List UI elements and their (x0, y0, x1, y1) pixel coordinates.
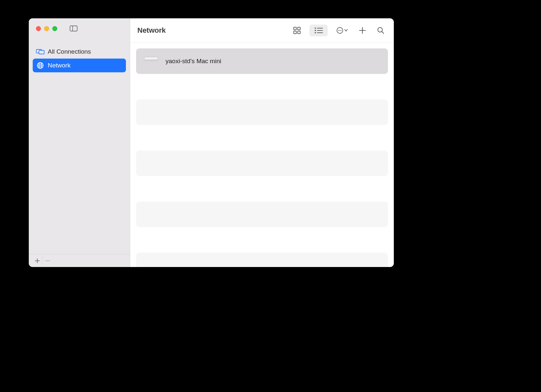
app-window: All Connections Network (29, 18, 394, 267)
mac-mini-icon (144, 57, 158, 66)
sidebar-item-label: Network (48, 62, 71, 69)
toolbar-actions (291, 25, 387, 36)
svg-rect-12 (298, 27, 300, 30)
svg-point-22 (338, 30, 339, 31)
toolbar: Network (130, 18, 394, 43)
sidebar-item-network[interactable]: Network (33, 59, 126, 72)
more-options-button[interactable] (334, 25, 350, 36)
globe-icon (36, 62, 44, 69)
list-row-empty (136, 202, 388, 227)
traffic-lights (36, 26, 57, 31)
svg-rect-3 (39, 50, 44, 54)
sidebar-item-label: All Connections (48, 48, 91, 55)
svg-point-19 (315, 32, 316, 33)
list-row-empty (136, 253, 388, 267)
content-list: yaoxi-std's Mac mini (130, 43, 394, 267)
chevron-down-icon (345, 29, 347, 31)
add-button[interactable] (357, 25, 368, 36)
plus-icon (359, 27, 366, 34)
svg-point-15 (315, 27, 316, 29)
svg-point-24 (341, 30, 342, 31)
svg-rect-11 (294, 27, 296, 30)
svg-rect-13 (294, 31, 296, 34)
minimize-button[interactable] (44, 26, 49, 31)
list-row-empty (136, 151, 388, 176)
minus-icon (45, 258, 50, 263)
sidebar: All Connections Network (29, 18, 130, 267)
grid-icon (293, 27, 301, 34)
list-row-empty (136, 99, 388, 125)
sidebar-footer (29, 254, 130, 267)
add-source-button[interactable] (32, 256, 43, 265)
close-button[interactable] (36, 26, 41, 31)
svg-rect-30 (144, 60, 158, 61)
sidebar-items: All Connections Network (29, 39, 130, 254)
search-icon (377, 27, 384, 34)
maximize-button[interactable] (52, 26, 57, 31)
ellipsis-circle-icon (336, 27, 348, 34)
grid-view-button[interactable] (291, 25, 303, 36)
device-name: yaoxi-std's Mac mini (166, 58, 221, 65)
list-view-button[interactable] (309, 25, 328, 36)
svg-point-17 (315, 30, 316, 31)
remove-source-button[interactable] (43, 256, 53, 265)
displays-icon (36, 48, 44, 55)
list-icon (314, 27, 323, 34)
row-gap (136, 74, 388, 99)
sidebar-toggle-button[interactable] (69, 25, 78, 32)
main-content: Network (130, 18, 394, 267)
svg-rect-14 (298, 31, 300, 34)
svg-point-23 (340, 30, 340, 31)
search-button[interactable] (375, 25, 387, 36)
titlebar (29, 18, 130, 39)
svg-line-28 (382, 31, 384, 33)
list-item[interactable]: yaoxi-std's Mac mini (136, 48, 388, 74)
plus-icon (35, 258, 40, 263)
sidebar-item-all-connections[interactable]: All Connections (33, 45, 126, 59)
svg-rect-0 (70, 26, 77, 31)
sidebar-icon (70, 26, 78, 31)
page-title: Network (137, 26, 288, 35)
